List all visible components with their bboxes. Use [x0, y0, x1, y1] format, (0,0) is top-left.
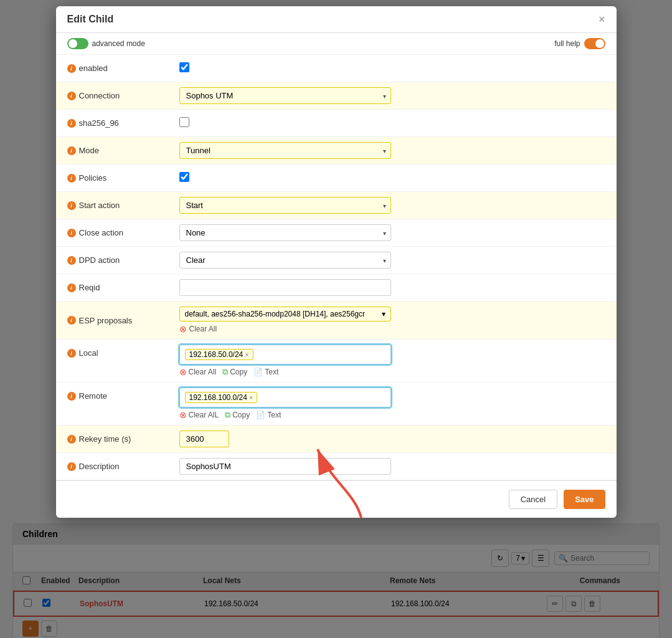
mode-select-wrap: Tunnel ▾ — [179, 142, 391, 159]
local-text[interactable]: 📄 Text — [253, 368, 278, 376]
label-description: i Description — [67, 462, 179, 471]
dpd-action-select[interactable]: Clear — [179, 252, 391, 269]
description-input[interactable] — [179, 458, 391, 475]
label-policies: i Policies — [67, 173, 179, 183]
local-action-links: ⊗ Clear All ⧉ Copy 📄 Text — [179, 367, 605, 377]
copy-icon-remote: ⧉ — [225, 410, 230, 420]
mode-select[interactable]: Tunnel — [179, 142, 391, 159]
label-sha256-text: sha256_96 — [79, 118, 119, 128]
advanced-mode-label: advanced mode — [92, 39, 145, 48]
local-clear-all[interactable]: ⊗ Clear All — [179, 367, 217, 377]
label-mode: i Mode — [67, 146, 179, 155]
label-mode-text: Mode — [79, 146, 100, 155]
label-description-text: Description — [79, 462, 120, 471]
local-tag-input[interactable]: 192.168.50.0/24 × — [179, 345, 391, 364]
label-close-action-text: Close action — [79, 228, 124, 237]
field-description: i Description — [56, 453, 617, 480]
control-policies — [179, 172, 605, 184]
control-enabled — [179, 62, 605, 74]
clear-icon-remote: ⊗ — [179, 410, 187, 420]
label-rekey-text: Rekey time (s) — [79, 434, 131, 444]
label-close-action: i Close action — [67, 228, 179, 237]
policies-checkbox[interactable] — [179, 172, 189, 182]
label-remote-text: Remote — [79, 391, 108, 401]
reqid-input[interactable] — [179, 279, 391, 296]
text-icon-remote: 📄 — [256, 411, 265, 419]
esp-arrow: ▾ — [382, 310, 386, 318]
field-rekey-time: i Rekey time (s) — [56, 426, 617, 453]
label-sha256: i sha256_96 — [67, 118, 179, 128]
label-policies-text: Policies — [79, 173, 107, 183]
info-icon-dpd-action: i — [67, 256, 76, 265]
label-enabled: i enabled — [67, 64, 179, 73]
label-reqid: i Reqid — [67, 283, 179, 292]
text-icon-local: 📄 — [253, 368, 263, 376]
remote-text-label: Text — [267, 411, 281, 419]
field-mode: i Mode Tunnel ▾ — [56, 137, 617, 164]
info-icon-start-action: i — [67, 201, 76, 210]
label-esp-text: ESP proposals — [79, 316, 133, 325]
label-start-action: i Start action — [67, 201, 179, 210]
label-esp-proposals: i ESP proposals — [67, 316, 179, 325]
control-dpd-action: Clear ▾ — [179, 252, 605, 269]
close-action-select[interactable]: None — [179, 224, 391, 241]
control-esp: default, aes256-sha256-modp2048 [DH14], … — [179, 307, 605, 334]
control-start-action: Start ▾ — [179, 197, 605, 214]
remote-clear-all[interactable]: ⊗ Clear AlL — [179, 410, 219, 420]
control-connection: Sophos UTM ▾ — [179, 87, 605, 104]
field-sha256: i sha256_96 — [56, 110, 617, 137]
label-reqid-text: Reqid — [79, 283, 100, 292]
remote-tag-1-value: 192.168.100.0/24 — [189, 393, 247, 402]
control-rekey — [179, 431, 605, 447]
local-copy[interactable]: ⧉ Copy — [222, 367, 247, 377]
field-policies: i Policies — [56, 164, 617, 192]
field-close-action: i Close action None ▾ — [56, 219, 617, 247]
control-local: 192.168.50.0/24 × ⊗ Clear All ⧉ Co — [179, 345, 605, 377]
save-button[interactable]: Save — [564, 490, 605, 509]
field-local: i Local 192.168.50.0/24 × ⊗ — [56, 340, 617, 383]
esp-value: default, aes256-sha256-modp2048 [DH14], … — [185, 310, 366, 318]
full-help-toggle[interactable] — [584, 38, 605, 49]
close-action-select-wrap: None ▾ — [179, 224, 391, 241]
enabled-checkbox[interactable] — [179, 62, 189, 72]
label-local: i Local — [67, 345, 179, 358]
remote-copy-label: Copy — [232, 411, 250, 419]
local-tag-1-remove[interactable]: × — [245, 351, 248, 358]
esp-tag-area: default, aes256-sha256-modp2048 [DH14], … — [179, 307, 391, 321]
info-icon-enabled: i — [67, 64, 76, 73]
advanced-mode-toggle-area: advanced mode — [67, 38, 145, 49]
field-remote: i Remote 192.168.100.0/24 × ⊗ — [56, 383, 617, 426]
info-icon-remote: i — [67, 392, 76, 401]
remote-text[interactable]: 📄 Text — [256, 411, 281, 419]
remote-copy[interactable]: ⧉ Copy — [225, 410, 250, 420]
info-icon-esp: i — [67, 316, 76, 325]
field-enabled: i enabled — [56, 55, 617, 82]
remote-tag-1-remove[interactable]: × — [249, 394, 253, 401]
info-icon-reqid: i — [67, 283, 76, 292]
start-action-select[interactable]: Start — [179, 197, 391, 214]
advanced-mode-toggle[interactable] — [67, 38, 88, 49]
info-icon-close-action: i — [67, 229, 76, 237]
esp-clear-all[interactable]: ⊗ Clear All — [179, 324, 605, 334]
local-clear-label: Clear All — [189, 368, 217, 376]
field-esp-proposals: i ESP proposals default, aes256-sha256-m… — [56, 302, 617, 340]
modal-title: Edit Child — [67, 14, 114, 25]
field-start-action: i Start action Start ▾ — [56, 192, 617, 219]
start-action-select-wrap: Start ▾ — [179, 197, 391, 214]
modal-subheader: advanced mode full help — [56, 33, 617, 55]
connection-select[interactable]: Sophos UTM — [179, 87, 391, 104]
local-tag-1-value: 192.168.50.0/24 — [189, 350, 244, 359]
dpd-action-select-wrap: Clear ▾ — [179, 252, 391, 269]
remote-tag-input[interactable]: 192.168.100.0/24 × — [179, 388, 391, 407]
label-dpd-action-text: DPD action — [79, 255, 120, 265]
control-description — [179, 458, 605, 475]
rekey-time-input[interactable] — [179, 431, 229, 447]
cancel-button[interactable]: Cancel — [509, 490, 557, 509]
label-dpd-action: i DPD action — [67, 255, 179, 265]
modal-close-button[interactable]: × — [599, 14, 605, 25]
modal-body: i enabled i Connection Sophos UTM — [56, 55, 617, 480]
sha256-checkbox[interactable] — [179, 117, 189, 127]
label-start-action-text: Start action — [79, 201, 120, 210]
label-remote: i Remote — [67, 388, 179, 401]
remote-action-links: ⊗ Clear AlL ⧉ Copy 📄 Text — [179, 410, 605, 420]
